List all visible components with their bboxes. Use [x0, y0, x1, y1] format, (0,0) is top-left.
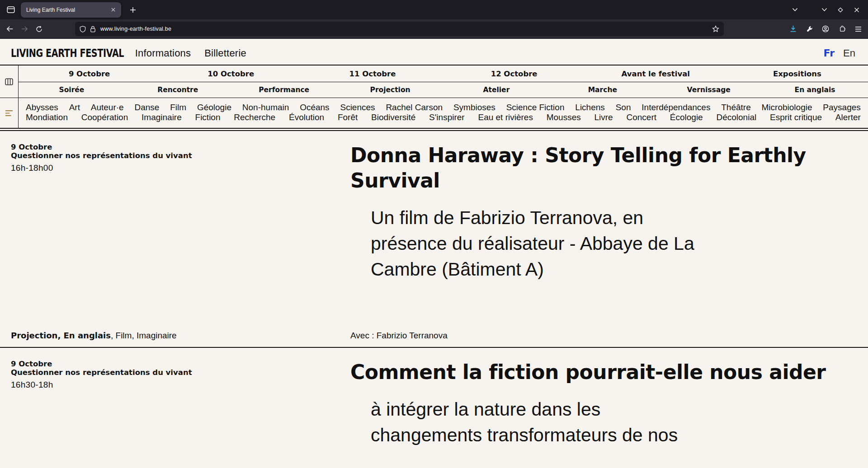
window-maximize-icon[interactable]	[835, 5, 845, 15]
date-filter[interactable]: Avant le festival	[585, 70, 726, 78]
extensions-puzzle-icon[interactable]	[835, 23, 848, 35]
tab-close-icon[interactable]	[108, 5, 118, 14]
back-icon[interactable]	[4, 23, 16, 35]
shield-icon[interactable]	[80, 26, 86, 33]
event-meta: 9 Octobre Questionner nos représentation…	[11, 143, 350, 173]
tag-filter[interactable]: Concert	[626, 112, 656, 122]
tag-filter[interactable]: Lichens	[575, 103, 605, 112]
tag-filter[interactable]: Science Fiction	[506, 103, 565, 112]
event-card: 9 Octobre Questionner nos représentation…	[0, 348, 868, 468]
forward-icon[interactable]	[18, 23, 31, 35]
category-filter[interactable]: Soirée	[19, 86, 125, 94]
category-filter[interactable]: En anglais	[762, 86, 868, 94]
tag-filter[interactable]: Forêt	[338, 112, 358, 122]
date-filter[interactable]: Expositions	[726, 70, 868, 78]
tag-filter[interactable]: Rachel Carson	[386, 103, 443, 112]
tag-filter[interactable]: Son	[616, 103, 631, 112]
lock-icon[interactable]	[90, 26, 96, 33]
event-date: 9 Octobre	[11, 143, 350, 151]
wrench-icon[interactable]	[803, 23, 816, 35]
event-title[interactable]: Donna Haraway : Story Telling for Earthl…	[350, 143, 852, 193]
lang-en[interactable]: En	[843, 47, 855, 59]
url-text[interactable]: www.living-earth-festival.be	[100, 26, 171, 32]
tag-filter[interactable]: Symbioses	[453, 103, 495, 112]
reload-icon[interactable]	[33, 23, 45, 35]
tag-filter[interactable]: Microbiologie	[762, 103, 812, 112]
tag-filter[interactable]: Imaginaire	[142, 112, 182, 122]
new-tab-button[interactable]	[127, 4, 139, 16]
event-subtitle: à intégrer la nature dans les changement…	[371, 397, 714, 448]
downloads-icon[interactable]	[787, 23, 799, 35]
tag-filter[interactable]: Auteur·e	[91, 103, 124, 112]
account-icon[interactable]	[819, 23, 832, 35]
tag-filter[interactable]: Coopération	[81, 112, 128, 122]
category-filter[interactable]: Rencontre	[125, 86, 231, 94]
date-filter-row: 9 Octobre10 Octobre11 Octobre12 OctobreA…	[19, 66, 868, 82]
list-all-tabs-icon[interactable]	[788, 4, 801, 16]
event-tags-bold[interactable]: Projection, En anglais	[11, 331, 111, 340]
page: LIVING EARTH FESTIVAL Informations Bille…	[0, 39, 868, 468]
date-filter[interactable]: 9 Octobre	[19, 70, 160, 78]
tag-filter[interactable]: Sciences	[340, 103, 375, 112]
filter-lines-icon[interactable]	[0, 98, 19, 128]
tag-filter[interactable]: Art	[69, 103, 80, 112]
nav-informations[interactable]: Informations	[135, 47, 191, 59]
tag-filter[interactable]: Alerter	[835, 112, 861, 122]
window-close-icon[interactable]	[852, 5, 862, 15]
tag-filter[interactable]: Océans	[300, 103, 329, 112]
tag-filter[interactable]: Danse	[134, 103, 159, 112]
view-grid-icon[interactable]	[0, 66, 19, 98]
tag-filter[interactable]: S'inspirer	[429, 112, 465, 122]
tag-filter[interactable]: Écologie	[670, 112, 703, 122]
event-subtitle: Un film de Fabrizio Terranova, en présen…	[371, 205, 714, 282]
browser-tab[interactable]: Living Earth Festival	[21, 2, 121, 18]
site-logo[interactable]: LIVING EARTH FESTIVAL	[11, 47, 124, 60]
tag-filter[interactable]: Évolution	[289, 112, 324, 122]
category-filter[interactable]: Atelier	[443, 86, 550, 94]
menu-hamburger-icon[interactable]	[852, 23, 864, 35]
tag-filter[interactable]: Géologie	[197, 103, 231, 112]
tag-filter[interactable]: Livre	[594, 112, 613, 122]
event-tags: Projection, En anglais, Film, Imaginaire	[11, 331, 350, 341]
tag-row-1: AbyssesArtAuteur·eDanseFilmGéologieNon-h…	[26, 103, 861, 112]
bookmark-star-icon[interactable]	[712, 25, 719, 33]
event-time: 16h30-18h	[11, 380, 350, 390]
tag-filter[interactable]: Décolonial	[716, 112, 756, 122]
tag-filter[interactable]: Interdépendances	[642, 103, 710, 112]
tag-filter[interactable]: Abysses	[26, 103, 58, 112]
date-filter[interactable]: 10 Octobre	[160, 70, 302, 78]
category-filter[interactable]: Performance	[231, 86, 337, 94]
tag-filter[interactable]: Eau et rivières	[478, 112, 533, 122]
date-filter[interactable]: 11 Octobre	[302, 70, 443, 78]
lang-fr[interactable]: Fr	[824, 47, 835, 59]
tag-filter[interactable]: Biodiversité	[371, 112, 415, 122]
url-bar[interactable]: www.living-earth-festival.be	[75, 22, 724, 36]
event-date: 9 Octobre	[11, 360, 350, 368]
category-filter[interactable]: Vernissage	[656, 86, 762, 94]
event-speaker: Avec : Fabrizio Terranova	[350, 331, 857, 341]
nav-billetterie[interactable]: Billetterie	[204, 47, 246, 59]
tag-filter[interactable]: Esprit critique	[770, 112, 822, 122]
tag-filter[interactable]: Non-humain	[242, 103, 289, 112]
category-filter[interactable]: Projection	[337, 86, 443, 94]
tag-filter[interactable]: Recherche	[234, 112, 275, 122]
category-filter[interactable]: Marche	[549, 86, 656, 94]
event-title[interactable]: Comment la fiction pourrait-elle nous ai…	[350, 360, 852, 385]
tag-row-2: MondiationCoopérationImaginaireFictionRe…	[26, 112, 861, 122]
tag-filter[interactable]: Film	[170, 103, 186, 112]
event-list: 9 Octobre Questionner nos représentation…	[0, 130, 868, 468]
tag-filter[interactable]: Mousses	[547, 112, 581, 122]
firefox-view-icon[interactable]	[5, 4, 17, 16]
tag-filter[interactable]: Paysages	[823, 103, 860, 112]
tag-filter-area: AbyssesArtAuteur·eDanseFilmGéologieNon-h…	[19, 98, 868, 128]
tag-filter[interactable]: Théâtre	[721, 103, 750, 112]
tag-filter[interactable]: Fiction	[195, 112, 221, 122]
event-main: Donna Haraway : Story Telling for Earthl…	[350, 143, 857, 282]
tag-filter[interactable]: Mondiation	[26, 112, 68, 122]
window-minimize-icon[interactable]	[819, 5, 829, 15]
browser-tab-bar: Living Earth Festival	[0, 0, 868, 19]
category-filter-row: SoiréeRencontrePerformanceProjectionAtel…	[19, 82, 868, 98]
site-header: LIVING EARTH FESTIVAL Informations Bille…	[0, 39, 868, 65]
event-tags-rest[interactable]: , Film, Imaginaire	[111, 331, 177, 340]
date-filter[interactable]: 12 Octobre	[443, 70, 585, 78]
